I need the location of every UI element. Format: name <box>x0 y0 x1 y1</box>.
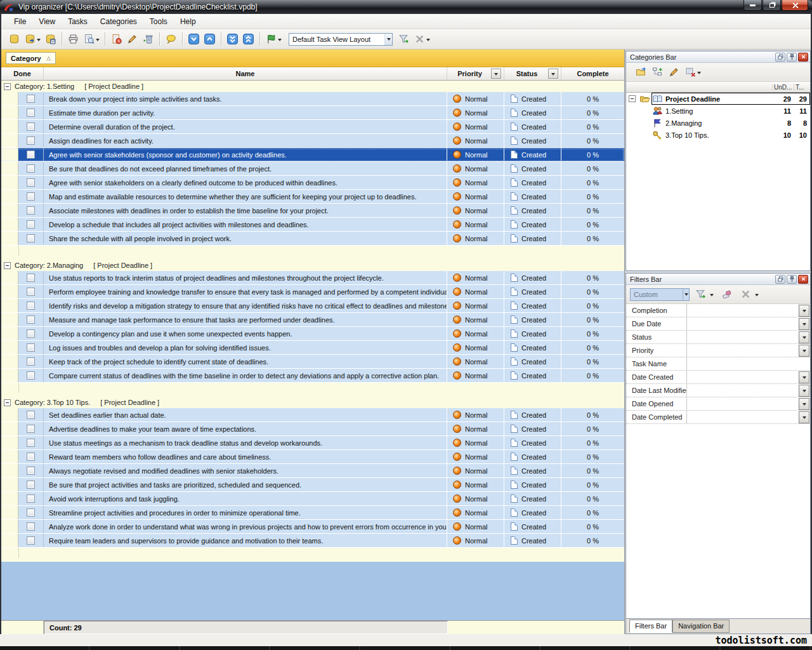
task-row[interactable]: Perform employee training and knowledge … <box>1 285 624 299</box>
filter-dropdown-button[interactable] <box>799 385 809 397</box>
filter-value-field[interactable] <box>687 411 799 423</box>
task-checkbox[interactable] <box>27 315 35 324</box>
filter-dropdown-button[interactable] <box>799 371 809 383</box>
filter-dropdown-button[interactable] <box>799 318 809 330</box>
edit-category-button[interactable] <box>665 65 682 80</box>
categories-more-icon[interactable] <box>697 72 701 76</box>
task-checkbox[interactable] <box>27 109 35 117</box>
open-database-button[interactable] <box>22 31 38 47</box>
priority-filter-dropdown[interactable] <box>491 69 501 79</box>
undone-column-header[interactable]: UnD... <box>772 84 794 91</box>
task-checkbox[interactable] <box>27 453 35 461</box>
group-by-category-chip[interactable]: Category △ <box>6 52 56 64</box>
collapse-icon[interactable] <box>4 83 11 90</box>
task-row[interactable]: Set deadlines earlier than actual date.N… <box>1 408 624 422</box>
task-row[interactable]: Use status reports to track interim stat… <box>1 271 624 285</box>
new-task-button[interactable] <box>108 31 124 47</box>
filter-preset-caret[interactable] <box>683 289 689 300</box>
task-checkbox[interactable] <box>27 220 35 229</box>
task-checkbox[interactable] <box>27 123 35 131</box>
task-checkbox[interactable] <box>27 343 35 352</box>
menu-categories[interactable]: Categories <box>94 15 143 28</box>
task-row[interactable]: Map and estimate available resources to … <box>1 190 624 204</box>
task-checkbox[interactable] <box>27 371 35 380</box>
filter-value-field[interactable] <box>687 344 799 357</box>
task-row[interactable]: Break down your project into simple acti… <box>1 92 624 106</box>
task-checkbox[interactable] <box>27 329 35 338</box>
filter-value-field[interactable] <box>687 304 799 317</box>
task-checkbox[interactable] <box>27 536 35 545</box>
apply-layout-button[interactable] <box>396 31 412 47</box>
task-row[interactable]: Require team leaders and supervisors to … <box>1 534 624 548</box>
filter-value-field[interactable] <box>687 331 799 343</box>
group-header[interactable]: Category: 2.Managing[ Project Deadline ] <box>1 260 624 271</box>
task-row[interactable]: Avoid work interruptions and task juggli… <box>1 492 624 506</box>
task-checkbox[interactable] <box>27 357 35 366</box>
restore-button[interactable] <box>763 0 781 11</box>
apply-filter-button[interactable] <box>692 287 709 302</box>
task-row[interactable]: Compare current status of deadlines with… <box>1 369 624 383</box>
task-checkbox[interactable] <box>27 192 35 201</box>
print-preview-button[interactable] <box>81 31 97 47</box>
task-row[interactable]: Assign deadlines for each activity.Norma… <box>1 134 624 148</box>
task-checkbox[interactable] <box>27 288 35 296</box>
share-button[interactable] <box>263 31 279 47</box>
task-checkbox[interactable] <box>27 164 35 173</box>
task-row[interactable]: Analyze work done in order to understand… <box>1 520 624 534</box>
task-row[interactable]: Develop a schedule that includes all pro… <box>1 218 624 232</box>
open-database-dropdown-icon[interactable] <box>37 39 41 43</box>
tab-navigation-bar[interactable]: Navigation Bar <box>672 620 730 633</box>
share-dropdown-icon[interactable] <box>278 39 282 43</box>
task-row[interactable]: Agree with senior stakeholders on a clea… <box>1 176 624 190</box>
task-row[interactable]: Associate milestones with deadlines in o… <box>1 204 624 218</box>
move-bottom-button[interactable] <box>225 31 240 47</box>
filter-dropdown-button[interactable] <box>799 411 809 423</box>
task-checkbox[interactable] <box>27 439 35 447</box>
clear-filter-button[interactable] <box>718 287 735 302</box>
move-top-button[interactable] <box>240 31 256 47</box>
column-header-status[interactable]: Status <box>504 67 561 80</box>
task-checkbox[interactable] <box>27 411 35 419</box>
categories-pin-button[interactable] <box>787 53 797 62</box>
new-subcategory-button[interactable] <box>649 65 665 80</box>
task-row[interactable]: Develop a contingency plan and use it wh… <box>1 327 624 341</box>
task-row[interactable]: Determine overall duration of the projec… <box>1 120 624 134</box>
task-row[interactable]: Measure and manage task performance to e… <box>1 313 624 327</box>
task-checkbox[interactable] <box>27 425 35 433</box>
task-checkbox[interactable] <box>27 494 35 503</box>
task-row[interactable]: Identify risks and develop a mitigation … <box>1 299 624 313</box>
status-filter-dropdown[interactable] <box>548 69 558 79</box>
delete-layout-button[interactable] <box>412 31 428 47</box>
task-row[interactable]: Always negotiate revised and modified de… <box>1 464 624 478</box>
column-header-name[interactable]: Name <box>44 67 447 80</box>
menu-view[interactable]: View <box>32 15 62 28</box>
categories-restore-button[interactable] <box>775 53 785 62</box>
task-row[interactable]: Use status meetings as a mechanism to tr… <box>1 436 624 450</box>
menu-tasks[interactable]: Tasks <box>62 15 94 28</box>
filter-preset-combo[interactable]: Custom <box>630 288 690 301</box>
collapse-icon[interactable] <box>629 95 636 102</box>
filters-pin-button[interactable] <box>787 275 797 284</box>
delete-task-button[interactable] <box>140 31 156 47</box>
menu-file[interactable]: File <box>8 15 32 28</box>
notes-button[interactable] <box>163 31 179 47</box>
save-database-button[interactable] <box>43 31 58 47</box>
column-header-done[interactable]: Done <box>1 67 44 80</box>
minimize-button[interactable] <box>743 0 762 11</box>
print-dropdown-icon[interactable] <box>96 39 100 43</box>
collapse-icon[interactable] <box>4 399 11 406</box>
apply-filter-dropdown-icon[interactable] <box>710 294 714 298</box>
filter-value-field[interactable] <box>687 397 799 410</box>
column-header-complete[interactable]: Complete <box>561 67 624 80</box>
task-checkbox[interactable] <box>27 467 35 475</box>
print-button[interactable] <box>65 31 81 47</box>
category-row[interactable]: 2.Managing88 <box>626 117 810 129</box>
categories-close-button[interactable] <box>798 53 808 62</box>
task-row[interactable]: Keep track of the project schedule to id… <box>1 355 624 369</box>
task-checkbox[interactable] <box>27 178 35 187</box>
menu-help[interactable]: Help <box>174 15 202 28</box>
filter-value-field[interactable] <box>687 357 810 370</box>
tab-filters-bar[interactable]: Filters Bar <box>629 620 672 633</box>
category-row[interactable]: 1.Setting1111 <box>626 105 810 117</box>
filter-value-field[interactable] <box>687 371 799 383</box>
